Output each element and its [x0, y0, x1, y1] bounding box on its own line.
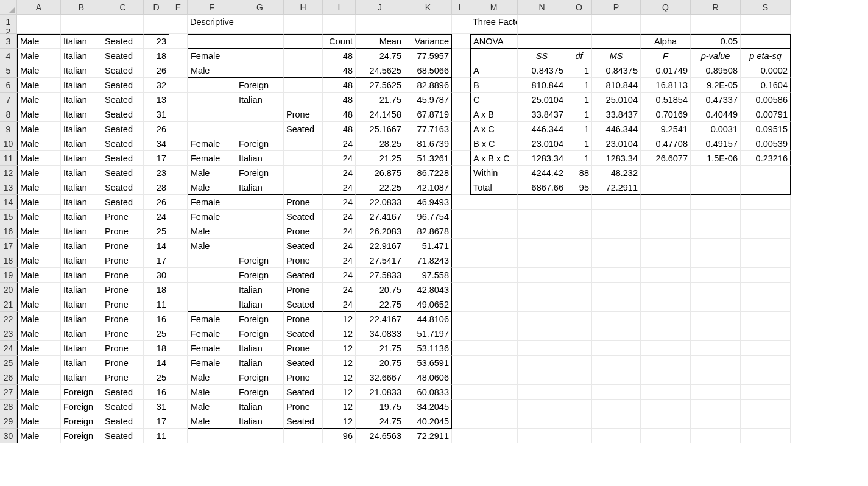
cell-C3[interactable]: Seated — [102, 34, 144, 49]
cell-O10[interactable]: 1 — [566, 136, 592, 151]
col-header-R[interactable]: R — [691, 0, 741, 15]
cell-K3[interactable]: Variance — [404, 34, 452, 49]
cell-Q17[interactable] — [641, 239, 691, 253]
cell-N18[interactable] — [518, 253, 566, 268]
cell-J24[interactable]: 21.75 — [356, 341, 404, 356]
cell-B17[interactable]: Italian — [61, 239, 102, 253]
cell-E15[interactable] — [169, 210, 188, 224]
cell-P22[interactable] — [592, 312, 641, 326]
cell-P10[interactable]: 23.0104 — [592, 136, 641, 151]
cell-B26[interactable]: Italian — [61, 370, 102, 385]
cell-G23[interactable]: Foreign — [236, 326, 284, 341]
cell-D10[interactable]: 34 — [144, 136, 169, 151]
row-header-18[interactable]: 18 — [0, 253, 17, 268]
cell-G20[interactable]: Italian — [236, 283, 284, 297]
cell-O8[interactable]: 1 — [566, 107, 592, 122]
cell-A29[interactable]: Male — [17, 414, 61, 429]
cell-M4[interactable] — [470, 49, 518, 63]
cell-S15[interactable] — [741, 210, 791, 224]
cell-O27[interactable] — [566, 385, 592, 400]
cell-D3[interactable]: 23 — [144, 34, 169, 49]
cell-P12[interactable]: 48.232 — [592, 166, 641, 180]
cell-E24[interactable] — [169, 341, 188, 356]
cell-K15[interactable]: 96.7754 — [404, 210, 452, 224]
cell-Q18[interactable] — [641, 253, 691, 268]
cell-S6[interactable]: 0.1604 — [741, 78, 791, 93]
col-header-M[interactable]: M — [470, 0, 518, 15]
col-header-S[interactable]: S — [741, 0, 791, 15]
col-header-Q[interactable]: Q — [641, 0, 691, 15]
cell-F3[interactable] — [188, 34, 236, 49]
cell-M16[interactable] — [470, 224, 518, 239]
cell-G22[interactable]: Foreign — [236, 312, 284, 326]
cell-C16[interactable]: Prone — [102, 224, 144, 239]
cell-H14[interactable]: Prone — [284, 195, 323, 210]
row-header-15[interactable]: 15 — [0, 210, 17, 224]
cell-L7[interactable] — [452, 93, 470, 107]
cell-I2[interactable] — [323, 29, 356, 34]
cell-O11[interactable]: 1 — [566, 151, 592, 166]
cell-S14[interactable] — [741, 195, 791, 210]
cell-D20[interactable]: 18 — [144, 283, 169, 297]
cell-I4[interactable]: 48 — [323, 49, 356, 63]
cell-R6[interactable]: 9.2E-05 — [691, 78, 741, 93]
cell-G1[interactable] — [236, 15, 284, 29]
cell-L23[interactable] — [452, 326, 470, 341]
cell-S16[interactable] — [741, 224, 791, 239]
cell-M7[interactable]: C — [470, 93, 518, 107]
cell-S1[interactable] — [741, 15, 791, 29]
cell-S7[interactable]: 0.00586 — [741, 93, 791, 107]
cell-S10[interactable]: 0.00539 — [741, 136, 791, 151]
cell-O21[interactable] — [566, 297, 592, 312]
cell-K12[interactable]: 86.7228 — [404, 166, 452, 180]
cell-K25[interactable]: 53.6591 — [404, 356, 452, 370]
cell-K28[interactable]: 34.2045 — [404, 400, 452, 414]
cell-A24[interactable]: Male — [17, 341, 61, 356]
cell-C6[interactable]: Seated — [102, 78, 144, 93]
cell-S29[interactable] — [741, 414, 791, 429]
cell-A17[interactable]: Male — [17, 239, 61, 253]
cell-Q9[interactable]: 9.2541 — [641, 122, 691, 136]
cell-K21[interactable]: 49.0652 — [404, 297, 452, 312]
row-header-25[interactable]: 25 — [0, 356, 17, 370]
cell-G5[interactable] — [236, 63, 284, 78]
cell-H12[interactable] — [284, 166, 323, 180]
cell-C28[interactable]: Seated — [102, 400, 144, 414]
cell-D9[interactable]: 26 — [144, 122, 169, 136]
cell-L10[interactable] — [452, 136, 470, 151]
cell-C9[interactable]: Seated — [102, 122, 144, 136]
cell-O12[interactable]: 88 — [566, 166, 592, 180]
cell-O2[interactable] — [566, 29, 592, 34]
cell-Q20[interactable] — [641, 283, 691, 297]
cell-C7[interactable]: Seated — [102, 93, 144, 107]
cell-Q28[interactable] — [641, 400, 691, 414]
col-header-F[interactable]: F — [188, 0, 236, 15]
cell-P4[interactable]: MS — [592, 49, 641, 63]
cell-Q24[interactable] — [641, 341, 691, 356]
cell-J7[interactable]: 21.75 — [356, 93, 404, 107]
cell-S26[interactable] — [741, 370, 791, 385]
cell-G2[interactable] — [236, 29, 284, 34]
cell-E12[interactable] — [169, 166, 188, 180]
cell-P19[interactable] — [592, 268, 641, 283]
cell-S27[interactable] — [741, 385, 791, 400]
cell-O6[interactable]: 1 — [566, 78, 592, 93]
cell-N4[interactable]: SS — [518, 49, 566, 63]
cell-K29[interactable]: 40.2045 — [404, 414, 452, 429]
cell-P15[interactable] — [592, 210, 641, 224]
cell-C5[interactable]: Seated — [102, 63, 144, 78]
cell-F18[interactable] — [188, 253, 236, 268]
cell-L30[interactable] — [452, 429, 470, 443]
cell-F24[interactable]: Female — [188, 341, 236, 356]
cell-M30[interactable] — [470, 429, 518, 443]
cell-R10[interactable]: 0.49157 — [691, 136, 741, 151]
cell-A21[interactable]: Male — [17, 297, 61, 312]
col-header-H[interactable]: H — [284, 0, 323, 15]
cell-C29[interactable]: Seated — [102, 414, 144, 429]
cell-N7[interactable]: 25.0104 — [518, 93, 566, 107]
cell-S30[interactable] — [741, 429, 791, 443]
cell-B6[interactable]: Italian — [61, 78, 102, 93]
cell-N27[interactable] — [518, 385, 566, 400]
cell-F29[interactable]: Male — [188, 414, 236, 429]
cell-B10[interactable]: Italian — [61, 136, 102, 151]
